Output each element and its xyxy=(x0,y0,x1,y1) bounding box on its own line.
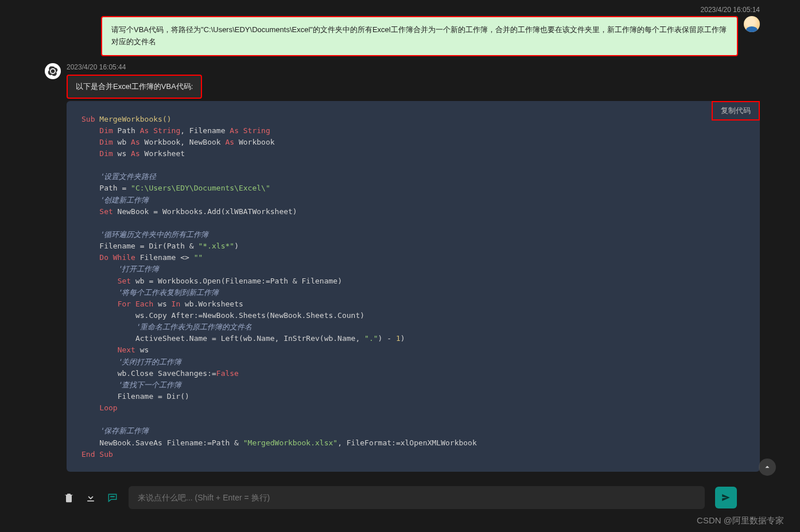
message-input[interactable] xyxy=(135,486,698,509)
ai-timestamp: 2023/4/20 16:05:44 xyxy=(67,63,760,71)
send-icon xyxy=(721,492,731,503)
download-icon[interactable] xyxy=(85,492,96,503)
send-button[interactable] xyxy=(715,487,737,508)
chevron-up-icon xyxy=(763,463,771,471)
openai-icon xyxy=(47,65,59,77)
copy-code-button[interactable]: 复制代码 xyxy=(712,101,760,121)
watermark-text: CSDN @阿里数据专家 xyxy=(697,515,784,526)
user-timestamp: 2023/4/20 16:05:14 xyxy=(701,6,760,14)
trash-icon[interactable] xyxy=(63,492,75,503)
code-content[interactable]: Sub MergeWorkbooks() Dim Path As String,… xyxy=(67,108,760,460)
chat-icon[interactable] xyxy=(107,492,118,503)
ai-message-row: 2023/4/20 16:05:44 以下是合并Excel工作簿的VBA代码: … xyxy=(40,63,760,476)
svg-point-1 xyxy=(112,496,112,497)
user-avatar[interactable] xyxy=(744,16,760,32)
user-message-bubble: 请写个VBA代码，将路径为"C:\Users\EDY\Documents\Exc… xyxy=(101,16,738,56)
svg-point-2 xyxy=(114,496,114,497)
ai-intro-text: 以下是合并Excel工作簿的VBA代码: xyxy=(67,75,202,99)
scroll-top-button[interactable] xyxy=(759,459,776,476)
code-block: 复制代码 Sub MergeWorkbooks() Dim Path As St… xyxy=(67,101,760,472)
message-input-wrap xyxy=(129,486,705,509)
user-message-row: 2023/4/20 16:05:14 请写个VBA代码，将路径为"C:\User… xyxy=(40,6,760,56)
chat-scroll-area: 2023/4/20 16:05:14 请写个VBA代码，将路径为"C:\User… xyxy=(0,0,800,476)
ai-avatar xyxy=(45,63,61,79)
svg-point-0 xyxy=(111,496,111,497)
bottom-toolbar xyxy=(0,486,800,509)
